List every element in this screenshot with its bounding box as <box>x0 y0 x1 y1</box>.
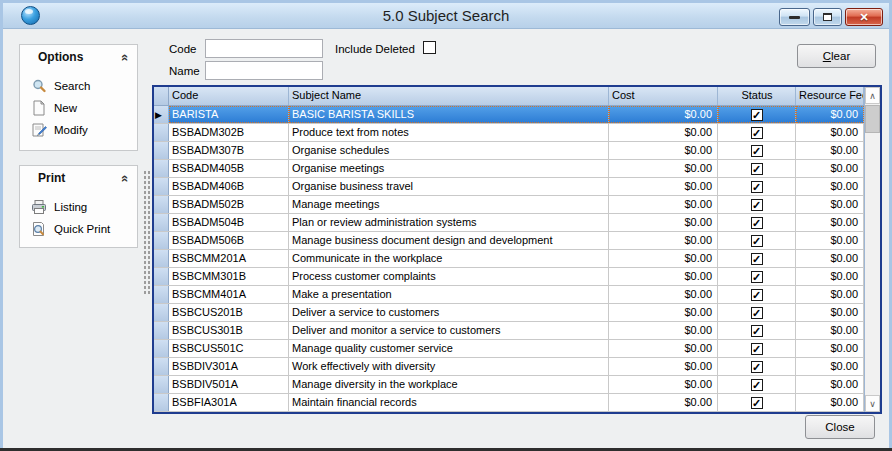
cell-subject-name[interactable]: Plan or review administration systems <box>289 214 609 231</box>
sidebar-item-new[interactable]: New <box>31 97 137 119</box>
sidebar-item-listing[interactable]: Listing <box>31 196 137 218</box>
row-selector[interactable] <box>154 304 169 321</box>
cell-status[interactable]: ✓ <box>718 250 796 267</box>
table-row[interactable]: BSBCMM401AMake a presentation$0.00✓$0.00 <box>154 286 864 304</box>
status-checkbox[interactable]: ✓ <box>751 253 763 265</box>
cell-code[interactable]: BSBADM307B <box>169 142 289 159</box>
scroll-down-button[interactable]: ∨ <box>865 395 880 412</box>
cell-code[interactable]: BSBADM406B <box>169 178 289 195</box>
cell-resource-fee[interactable]: $0.00 <box>796 286 864 303</box>
cell-cost[interactable]: $0.00 <box>609 304 718 321</box>
status-checkbox[interactable]: ✓ <box>751 109 763 121</box>
name-input[interactable] <box>205 61 323 80</box>
minimize-button[interactable] <box>779 8 810 26</box>
cell-resource-fee[interactable]: $0.00 <box>796 160 864 177</box>
cell-subject-name[interactable]: Organise schedules <box>289 142 609 159</box>
cell-status[interactable]: ✓ <box>718 106 796 123</box>
cell-code[interactable]: BSBCUS301B <box>169 322 289 339</box>
cell-cost[interactable]: $0.00 <box>609 178 718 195</box>
row-selector[interactable] <box>154 142 169 159</box>
cell-status[interactable]: ✓ <box>718 304 796 321</box>
sidebar-item-search[interactable]: Search <box>31 75 137 97</box>
status-checkbox[interactable]: ✓ <box>751 217 763 229</box>
row-selector[interactable] <box>154 322 169 339</box>
status-checkbox[interactable]: ✓ <box>751 145 763 157</box>
cell-subject-name[interactable]: Organise business travel <box>289 178 609 195</box>
column-header-code[interactable]: Code <box>169 87 289 105</box>
table-row[interactable]: BSBCMM201ACommunicate in the workplace$0… <box>154 250 864 268</box>
cell-resource-fee[interactable]: $0.00 <box>796 214 864 231</box>
cell-subject-name[interactable]: Organise meetings <box>289 160 609 177</box>
table-row[interactable]: BSBCMM301BProcess customer complaints$0.… <box>154 268 864 286</box>
cell-code[interactable]: BSBFIA301A <box>169 394 289 411</box>
table-row[interactable]: BSBADM502BManage meetings$0.00✓$0.00 <box>154 196 864 214</box>
row-selector[interactable] <box>154 160 169 177</box>
row-selector[interactable] <box>154 196 169 213</box>
cell-code[interactable]: BSBCMM201A <box>169 250 289 267</box>
cell-code[interactable]: BSBADM504B <box>169 214 289 231</box>
cell-status[interactable]: ✓ <box>718 160 796 177</box>
row-selector[interactable]: ▶ <box>154 106 169 123</box>
cell-status[interactable]: ✓ <box>718 196 796 213</box>
row-selector[interactable] <box>154 232 169 249</box>
cell-resource-fee[interactable]: $0.00 <box>796 340 864 357</box>
code-input[interactable] <box>205 39 323 58</box>
cell-status[interactable]: ✓ <box>718 142 796 159</box>
row-selector[interactable] <box>154 376 169 393</box>
cell-resource-fee[interactable]: $0.00 <box>796 124 864 141</box>
row-selector[interactable] <box>154 250 169 267</box>
table-row[interactable]: BSBADM406BOrganise business travel$0.00✓… <box>154 178 864 196</box>
table-row[interactable]: BSBCUS501CManage quality customer servic… <box>154 340 864 358</box>
cell-cost[interactable]: $0.00 <box>609 232 718 249</box>
include-deleted-checkbox[interactable] <box>423 41 436 54</box>
row-selector[interactable] <box>154 340 169 357</box>
print-panel-header[interactable]: Print « <box>20 166 137 190</box>
cell-cost[interactable]: $0.00 <box>609 322 718 339</box>
cell-subject-name[interactable]: Make a presentation <box>289 286 609 303</box>
cell-subject-name[interactable]: BASIC BARISTA SKILLS <box>289 106 609 123</box>
cell-subject-name[interactable]: Manage business document design and deve… <box>289 232 609 249</box>
row-selector[interactable] <box>154 286 169 303</box>
status-checkbox[interactable]: ✓ <box>751 199 763 211</box>
cell-resource-fee[interactable]: $0.00 <box>796 394 864 411</box>
cell-subject-name[interactable]: Maintain financial records <box>289 394 609 411</box>
cell-status[interactable]: ✓ <box>718 376 796 393</box>
status-checkbox[interactable]: ✓ <box>751 343 763 355</box>
cell-resource-fee[interactable]: $0.00 <box>796 106 864 123</box>
cell-cost[interactable]: $0.00 <box>609 250 718 267</box>
table-row[interactable]: BSBCUS201BDeliver a service to customers… <box>154 304 864 322</box>
column-header-resource-fee[interactable]: Resource Fee <box>796 87 864 105</box>
status-checkbox[interactable]: ✓ <box>751 163 763 175</box>
cell-status[interactable]: ✓ <box>718 340 796 357</box>
status-checkbox[interactable]: ✓ <box>751 379 763 391</box>
cell-subject-name[interactable]: Deliver a service to customers <box>289 304 609 321</box>
cell-code[interactable]: BSBCUS201B <box>169 304 289 321</box>
table-row[interactable]: BSBADM307BOrganise schedules$0.00✓$0.00 <box>154 142 864 160</box>
cell-cost[interactable]: $0.00 <box>609 340 718 357</box>
cell-cost[interactable]: $0.00 <box>609 124 718 141</box>
cell-code[interactable]: BSBCUS501C <box>169 340 289 357</box>
cell-code[interactable]: BSBADM302B <box>169 124 289 141</box>
sidebar-item-quick-print[interactable]: Quick Print <box>31 218 137 240</box>
cell-code[interactable]: BSBADM405B <box>169 160 289 177</box>
table-row[interactable]: BSBFIA301AMaintain financial records$0.0… <box>154 394 864 412</box>
cell-resource-fee[interactable]: $0.00 <box>796 268 864 285</box>
cell-resource-fee[interactable]: $0.00 <box>796 178 864 195</box>
status-checkbox[interactable]: ✓ <box>751 397 763 409</box>
cell-status[interactable]: ✓ <box>718 394 796 411</box>
cell-status[interactable]: ✓ <box>718 322 796 339</box>
cell-cost[interactable]: $0.00 <box>609 376 718 393</box>
scrollbar-thumb[interactable] <box>865 105 880 133</box>
row-selector[interactable] <box>154 124 169 141</box>
cell-status[interactable]: ✓ <box>718 268 796 285</box>
status-checkbox[interactable]: ✓ <box>751 325 763 337</box>
cell-status[interactable]: ✓ <box>718 358 796 375</box>
scroll-up-button[interactable]: ∧ <box>865 87 880 104</box>
collapse-chevron-icon[interactable]: « <box>118 53 133 60</box>
scrollbar-track[interactable] <box>865 133 880 395</box>
cell-cost[interactable]: $0.00 <box>609 358 718 375</box>
status-checkbox[interactable]: ✓ <box>751 235 763 247</box>
cell-cost[interactable]: $0.00 <box>609 286 718 303</box>
row-selector[interactable] <box>154 214 169 231</box>
row-selector[interactable] <box>154 268 169 285</box>
